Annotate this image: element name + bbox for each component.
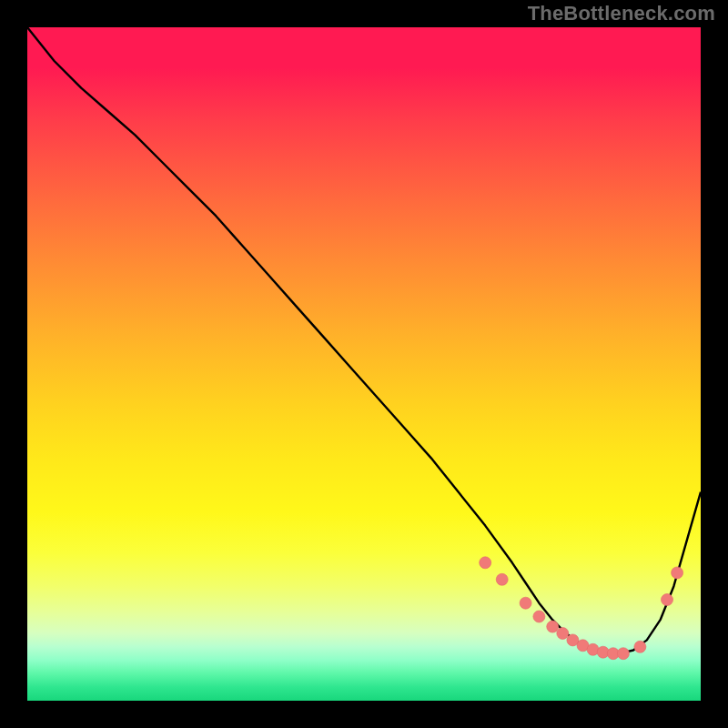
highlight-point [480,557,491,569]
curve-layer [27,27,701,701]
highlight-point [672,567,683,579]
highlight-point [533,611,545,622]
highlight-point [496,573,508,585]
plot-area [27,27,701,701]
highlight-point [617,648,629,660]
highlight-point [634,641,646,652]
highlight-points-group [480,557,683,660]
highlight-point [662,594,673,606]
chart-frame: TheBottleneck.com [0,0,728,728]
highlight-point [520,597,531,609]
highlight-point [557,628,569,640]
bottleneck-curve [27,27,701,653]
highlight-point [547,621,559,632]
watermark-label: TheBottleneck.com [528,2,715,25]
